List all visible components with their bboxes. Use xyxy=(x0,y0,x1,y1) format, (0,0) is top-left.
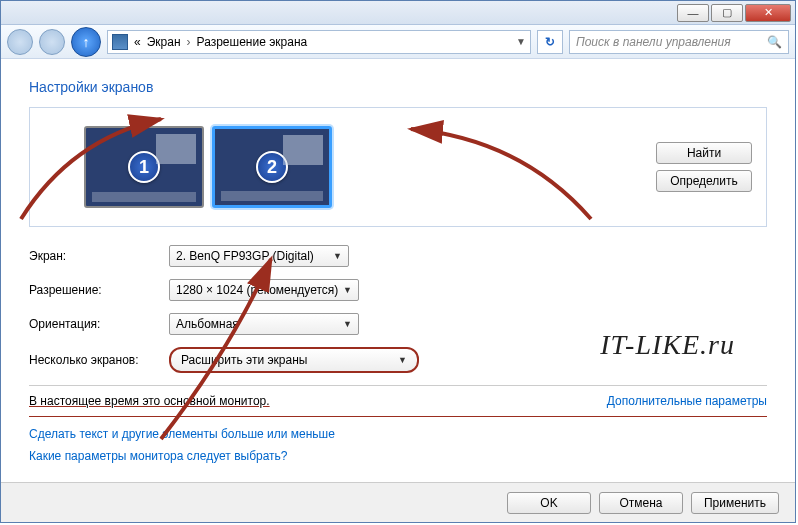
screen-value: 2. BenQ FP93GP (Digital) xyxy=(176,249,314,263)
ok-button[interactable]: OK xyxy=(507,492,591,514)
multi-screen-dropdown[interactable]: Расширить эти экраны ▼ xyxy=(169,347,419,373)
content-area: Настройки экранов 1 2 Найти Определить xyxy=(1,59,795,482)
chevron-down-icon: ▼ xyxy=(398,355,407,365)
address-bar[interactable]: « Экран › Разрешение экрана ▼ xyxy=(107,30,531,54)
breadcrumb-item-screen[interactable]: Экран xyxy=(147,35,181,49)
navbar: ↑ « Экран › Разрешение экрана ▼ ↻ Поиск … xyxy=(1,25,795,59)
up-button[interactable]: ↑ xyxy=(71,27,101,57)
monitor-arrangement[interactable]: 1 2 xyxy=(84,126,332,208)
chevron-down-icon: ▼ xyxy=(333,251,342,261)
orientation-dropdown[interactable]: Альбомная ▼ xyxy=(169,313,359,335)
settings-form: Экран: 2. BenQ FP93GP (Digital) ▼ Разреш… xyxy=(29,245,767,373)
breadcrumb-separator: › xyxy=(187,35,191,49)
monitor-2[interactable]: 2 xyxy=(212,126,332,208)
orientation-label: Ориентация: xyxy=(29,317,157,331)
close-button[interactable]: ✕ xyxy=(745,4,791,22)
monitor-taskbar-icon xyxy=(92,192,196,202)
window-frame: — ▢ ✕ ↑ « Экран › Разрешение экрана ▼ ↻ … xyxy=(0,0,796,523)
cancel-button[interactable]: Отмена xyxy=(599,492,683,514)
primary-monitor-status: В настоящее время это основной монитор. xyxy=(29,394,270,408)
maximize-button[interactable]: ▢ xyxy=(711,4,743,22)
chevron-down-icon: ▼ xyxy=(343,285,352,295)
search-placeholder: Поиск в панели управления xyxy=(576,35,731,49)
detect-button[interactable]: Определить xyxy=(656,170,752,192)
forward-button[interactable] xyxy=(39,29,65,55)
back-button[interactable] xyxy=(7,29,33,55)
control-panel-icon xyxy=(112,34,128,50)
text-size-link[interactable]: Сделать текст и другие элементы больше и… xyxy=(29,427,767,441)
resolution-label: Разрешение: xyxy=(29,283,157,297)
search-input[interactable]: Поиск в панели управления 🔍 xyxy=(569,30,789,54)
apply-button[interactable]: Применить xyxy=(691,492,779,514)
find-button[interactable]: Найти xyxy=(656,142,752,164)
monitor-wallpaper-icon xyxy=(156,134,196,164)
resolution-dropdown[interactable]: 1280 × 1024 (рекомендуется) ▼ xyxy=(169,279,359,301)
chevron-down-icon: ▼ xyxy=(343,319,352,329)
advanced-settings-link[interactable]: Дополнительные параметры xyxy=(607,394,767,408)
help-links: Сделать текст и другие элементы больше и… xyxy=(29,427,767,463)
resolution-value: 1280 × 1024 (рекомендуется) xyxy=(176,283,338,297)
address-dropdown-icon[interactable]: ▼ xyxy=(516,36,526,47)
multi-screen-value: Расширить эти экраны xyxy=(181,353,307,367)
breadcrumb-item-resolution[interactable]: Разрешение экрана xyxy=(197,35,308,49)
monitor-preview: 1 2 Найти Определить xyxy=(29,107,767,227)
multi-screen-label: Несколько экранов: xyxy=(29,353,157,367)
monitor-wallpaper-icon xyxy=(283,135,323,165)
screen-dropdown[interactable]: 2. BenQ FP93GP (Digital) ▼ xyxy=(169,245,349,267)
status-line: В настоящее время это основной монитор. … xyxy=(29,385,767,417)
titlebar: — ▢ ✕ xyxy=(1,1,795,25)
monitor-help-link[interactable]: Какие параметры монитора следует выбрать… xyxy=(29,449,767,463)
page-title: Настройки экранов xyxy=(29,79,767,95)
monitor-taskbar-icon xyxy=(221,191,323,201)
monitor-1[interactable]: 1 xyxy=(84,126,204,208)
minimize-button[interactable]: — xyxy=(677,4,709,22)
dialog-footer: OK Отмена Применить xyxy=(1,482,795,522)
refresh-button[interactable]: ↻ xyxy=(537,30,563,54)
breadcrumb-prefix: « xyxy=(134,35,141,49)
search-icon: 🔍 xyxy=(767,35,782,49)
screen-label: Экран: xyxy=(29,249,157,263)
orientation-value: Альбомная xyxy=(176,317,239,331)
